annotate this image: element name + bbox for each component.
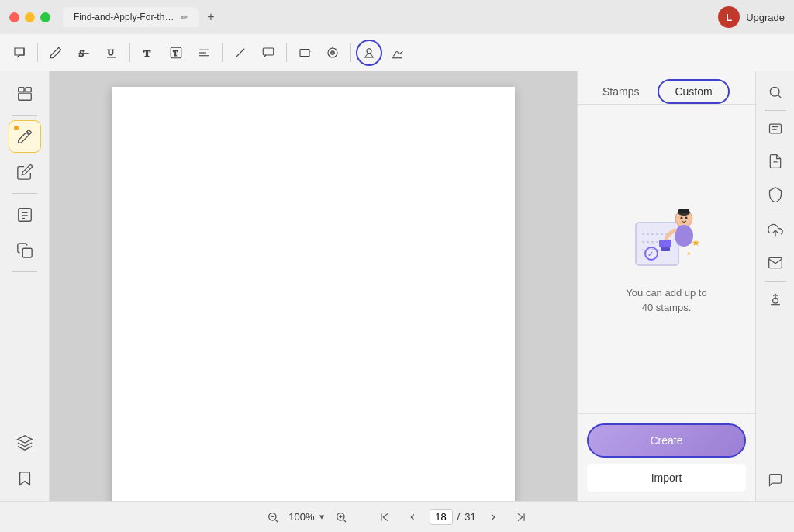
svg-text:✦: ✦ <box>686 250 692 257</box>
svg-marker-55 <box>319 515 324 519</box>
svg-marker-27 <box>17 436 31 443</box>
active-indicator <box>14 126 19 130</box>
last-page-button[interactable] <box>510 506 532 528</box>
svg-text:T: T <box>173 48 178 57</box>
save-button[interactable] <box>761 285 790 314</box>
import-stamp-button[interactable]: Import <box>587 464 746 492</box>
svg-rect-26 <box>22 248 32 257</box>
toolbar-separator-4 <box>286 43 287 62</box>
search-button[interactable] <box>761 78 790 107</box>
svg-point-39 <box>675 225 693 247</box>
edit-doc-button[interactable] <box>761 147 790 176</box>
document-page <box>112 87 515 501</box>
thumbnail-panel-button[interactable] <box>9 78 41 110</box>
stamp-panel-actions: Create Import <box>578 413 755 501</box>
next-page-button[interactable] <box>482 506 504 528</box>
upgrade-button[interactable]: L Upgrade <box>718 6 785 28</box>
stamp-panel-tabs: Stamps Custom <box>578 71 755 105</box>
form-panel-button[interactable] <box>9 199 41 231</box>
create-stamp-button[interactable]: Create <box>587 423 746 458</box>
underline-tool[interactable]: U <box>98 40 125 66</box>
layers-button[interactable] <box>9 427 41 459</box>
shape-tool[interactable] <box>292 40 318 66</box>
share-button[interactable] <box>761 216 790 245</box>
send-button[interactable] <box>761 248 790 278</box>
svg-rect-12 <box>300 49 309 56</box>
svg-rect-28 <box>636 223 678 265</box>
stamps-tab[interactable]: Stamps <box>587 79 654 104</box>
sidebar-separator-3 <box>12 271 37 272</box>
right-sidebar-sep-2 <box>765 212 786 212</box>
text-tool-small[interactable]: T <box>163 40 189 66</box>
svg-point-38 <box>685 216 687 219</box>
add-tab-button[interactable]: + <box>202 8 220 26</box>
copy-pages-button[interactable] <box>9 234 41 267</box>
stamp-panel-content: ✓ ★ <box>578 105 755 413</box>
tab-title: Find-and-Apply-For-the-B <box>74 12 174 22</box>
first-page-button[interactable] <box>374 506 395 528</box>
svg-rect-20 <box>25 88 30 92</box>
page-separator: / <box>457 511 461 523</box>
zoom-in-button[interactable] <box>330 506 352 528</box>
toolbar-separator-2 <box>129 43 130 62</box>
text-align-tool[interactable] <box>191 40 217 66</box>
main-area: Stamps Custom ✓ <box>0 71 794 501</box>
bookmark-button[interactable] <box>9 462 41 495</box>
svg-line-54 <box>275 520 278 522</box>
svg-rect-21 <box>18 93 31 100</box>
maximize-button[interactable] <box>40 12 50 22</box>
upgrade-label: Upgrade <box>746 12 785 23</box>
strikethrough-tool[interactable]: S <box>71 40 97 66</box>
pen-tool[interactable] <box>43 40 69 66</box>
stamp-panel: Stamps Custom ✓ <box>577 71 755 501</box>
svg-rect-11 <box>263 48 274 55</box>
toolbar-separator-1 <box>37 43 38 62</box>
text-tool-large[interactable]: T <box>135 40 161 66</box>
ocr-button[interactable] <box>761 114 790 143</box>
stamp-illustration: ✓ ★ <box>628 203 706 273</box>
toolbar-separator-5 <box>350 43 351 62</box>
zoom-out-button[interactable] <box>262 506 284 528</box>
svg-text:U: U <box>108 47 114 57</box>
annotate-panel-button[interactable] <box>9 120 41 153</box>
current-page-input[interactable] <box>430 509 453 525</box>
right-sidebar-sep-3 <box>765 281 786 282</box>
zoom-area: 100% <box>262 506 351 528</box>
custom-tab[interactable]: Custom <box>658 79 729 104</box>
svg-rect-46 <box>769 124 781 133</box>
svg-point-37 <box>680 216 682 219</box>
close-button[interactable] <box>9 12 19 22</box>
protect-button[interactable] <box>761 179 790 209</box>
right-sidebar-sep-1 <box>765 110 786 111</box>
document-tab[interactable]: Find-and-Apply-For-the-B ✏ <box>63 7 198 27</box>
line-tool[interactable] <box>227 40 254 66</box>
avatar: L <box>718 6 740 28</box>
bottom-bar: 100% / 31 <box>0 501 794 532</box>
zoom-display: 100% <box>288 511 325 523</box>
edit-text-panel-button[interactable] <box>9 156 41 188</box>
minimize-button[interactable] <box>25 12 35 22</box>
svg-line-10 <box>236 48 245 57</box>
comment-tool[interactable] <box>6 40 33 66</box>
chat-button[interactable] <box>761 465 790 495</box>
total-pages: 31 <box>464 511 475 523</box>
prev-page-button[interactable] <box>402 506 423 528</box>
title-bar: Find-and-Apply-For-the-B ✏ + L Upgrade <box>0 0 794 34</box>
svg-rect-22 <box>18 209 31 222</box>
left-sidebar <box>0 71 50 501</box>
svg-rect-40 <box>659 240 671 247</box>
stamp-tool[interactable] <box>356 40 382 66</box>
svg-line-45 <box>778 95 781 98</box>
svg-point-16 <box>367 48 371 53</box>
edit-tab-icon: ✏ <box>181 12 188 22</box>
callout-tool[interactable] <box>255 40 281 66</box>
toolbar-separator-3 <box>222 43 223 62</box>
svg-text:★: ★ <box>692 237 700 248</box>
sidebar-separator-1 <box>12 115 37 116</box>
signature-tool[interactable] <box>384 40 410 66</box>
document-area <box>50 71 577 501</box>
svg-point-51 <box>772 298 778 303</box>
color-picker-tool[interactable] <box>319 40 346 66</box>
svg-text:✓: ✓ <box>647 250 654 258</box>
svg-rect-19 <box>18 88 23 92</box>
